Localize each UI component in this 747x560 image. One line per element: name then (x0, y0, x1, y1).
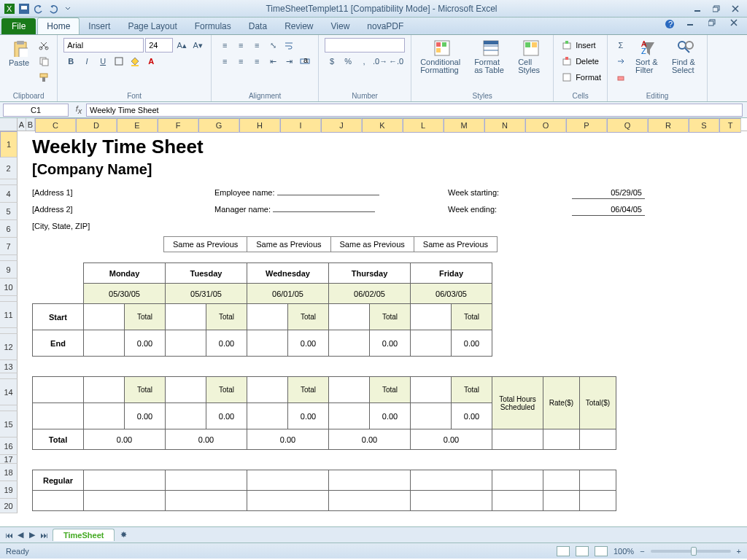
col-i[interactable]: I (280, 118, 321, 133)
row-13[interactable]: 13 (0, 360, 18, 373)
page-break-view-icon[interactable] (595, 546, 608, 556)
row-10b[interactable] (0, 296, 18, 302)
wrap-text-icon[interactable] (282, 38, 296, 52)
col-j[interactable]: J (321, 118, 362, 133)
insert-cells-icon[interactable] (560, 38, 574, 52)
copy-icon[interactable] (36, 54, 51, 69)
col-b[interactable]: B (26, 118, 35, 131)
prev-sheet-icon[interactable]: ◀ (15, 529, 26, 541)
tab-formulas[interactable]: Formulas (186, 18, 240, 34)
col-g[interactable]: G (198, 118, 239, 133)
clear-icon[interactable] (614, 70, 628, 85)
col-c[interactable]: C (35, 118, 76, 133)
font-size-select[interactable] (145, 38, 173, 52)
find-select-button[interactable]: Find & Select (669, 38, 701, 76)
row-4[interactable]: 4 (0, 185, 18, 203)
row-7[interactable]: 7 (0, 238, 18, 255)
comma-icon[interactable]: , (357, 54, 371, 69)
decrease-indent-icon[interactable]: ⇤ (266, 54, 280, 69)
same-btn-2[interactable]: Same as Previous (247, 236, 330, 252)
delete-cells-icon[interactable] (560, 54, 574, 69)
col-l[interactable]: L (403, 118, 444, 133)
same-btn-3[interactable]: Same as Previous (331, 236, 414, 252)
decrease-decimal-icon[interactable]: ←.0 (389, 54, 403, 69)
shrink-font-icon[interactable]: A▾ (190, 38, 205, 52)
row-8[interactable] (0, 255, 18, 261)
close-icon[interactable] (727, 3, 744, 15)
row-5[interactable]: 5 (0, 203, 18, 220)
insert-label[interactable]: Insert (576, 41, 596, 50)
align-bottom-icon[interactable]: ≡ (249, 38, 264, 52)
col-f[interactable]: F (158, 118, 198, 133)
qat-dropdown-icon[interactable] (61, 2, 74, 15)
row-11[interactable]: 11 (0, 302, 18, 328)
align-middle-icon[interactable]: ≡ (233, 38, 248, 52)
wkstart-value[interactable]: 05/29/05 (572, 188, 645, 199)
align-left-icon[interactable]: ≡ (217, 54, 232, 69)
col-t[interactable]: T (719, 118, 741, 133)
col-s[interactable]: S (689, 118, 719, 133)
font-color-icon[interactable]: A (144, 54, 158, 69)
worksheet[interactable]: A B C D E F G H I J K L M N O P Q R S T … (0, 118, 747, 526)
font-name-select[interactable] (63, 38, 144, 52)
tab-view[interactable]: View (322, 18, 359, 34)
col-r[interactable]: R (648, 118, 689, 133)
row-14[interactable]: 14 (0, 379, 18, 405)
tab-data[interactable]: Data (240, 18, 276, 34)
col-q[interactable]: Q (607, 118, 648, 133)
tab-home[interactable]: Home (37, 18, 80, 34)
tab-insert[interactable]: Insert (80, 18, 119, 34)
row-9[interactable]: 9 (0, 261, 18, 279)
zoom-out-icon[interactable]: − (640, 547, 644, 556)
fx-icon[interactable]: fx (71, 104, 86, 115)
align-right-icon[interactable]: ≡ (249, 54, 264, 69)
merge-center-icon[interactable]: a (298, 54, 312, 69)
same-btn-4[interactable]: Same as Previous (414, 236, 498, 252)
zoom-slider[interactable] (651, 550, 731, 553)
mgr-value[interactable] (273, 210, 375, 212)
page-layout-view-icon[interactable] (576, 546, 589, 556)
format-cells-icon[interactable] (560, 70, 574, 85)
tab-page-layout[interactable]: Page Layout (119, 18, 185, 34)
first-sheet-icon[interactable]: ⏮ (3, 529, 15, 541)
save-icon[interactable] (18, 2, 31, 15)
sheet-tab-timesheet[interactable]: TimeSheet (53, 529, 115, 541)
zoom-in-icon[interactable]: + (737, 547, 741, 556)
emp-value[interactable] (277, 193, 379, 195)
row-2[interactable]: 2 (0, 158, 18, 179)
increase-indent-icon[interactable]: ⇥ (282, 54, 296, 69)
paste-button[interactable]: Paste (6, 38, 32, 69)
doc-minimize-icon[interactable] (681, 17, 699, 28)
format-painter-icon[interactable] (36, 70, 51, 85)
row-3[interactable] (0, 179, 18, 185)
tab-novapdf[interactable]: novaPDF (358, 18, 412, 34)
grow-font-icon[interactable]: A▴ (174, 38, 189, 52)
excel-icon[interactable]: X (3, 2, 16, 15)
format-as-table-button[interactable]: Format as Table (471, 38, 511, 76)
col-k[interactable]: K (362, 118, 403, 133)
autosum-icon[interactable]: Σ (614, 38, 628, 52)
row-20[interactable]: 20 (0, 499, 18, 513)
col-n[interactable]: N (484, 118, 525, 133)
row-11b[interactable] (0, 328, 18, 334)
row-16[interactable]: 16 (0, 438, 18, 455)
name-box[interactable]: C1 (3, 104, 69, 117)
same-btn-1[interactable]: Same as Previous (163, 236, 247, 252)
border-icon[interactable] (112, 54, 126, 69)
accounting-icon[interactable]: $ (325, 54, 339, 69)
orientation-icon[interactable]: ⤡ (266, 38, 280, 52)
row-10[interactable]: 10 (0, 279, 18, 296)
col-h[interactable]: H (239, 118, 280, 133)
undo-icon[interactable] (32, 2, 45, 15)
row-19[interactable]: 19 (0, 481, 18, 499)
new-sheet-icon[interactable]: ✸ (117, 529, 129, 541)
select-all-corner[interactable] (0, 118, 18, 131)
file-tab[interactable]: File (1, 18, 36, 34)
last-sheet-icon[interactable]: ⏭ (38, 529, 50, 541)
help-icon[interactable]: ? (662, 17, 677, 31)
col-a[interactable]: A (18, 118, 26, 131)
format-label[interactable]: Format (576, 73, 601, 82)
col-d[interactable]: D (76, 118, 117, 133)
sort-filter-button[interactable]: AZSort & Filter (632, 38, 665, 76)
fill-icon[interactable] (614, 54, 628, 69)
